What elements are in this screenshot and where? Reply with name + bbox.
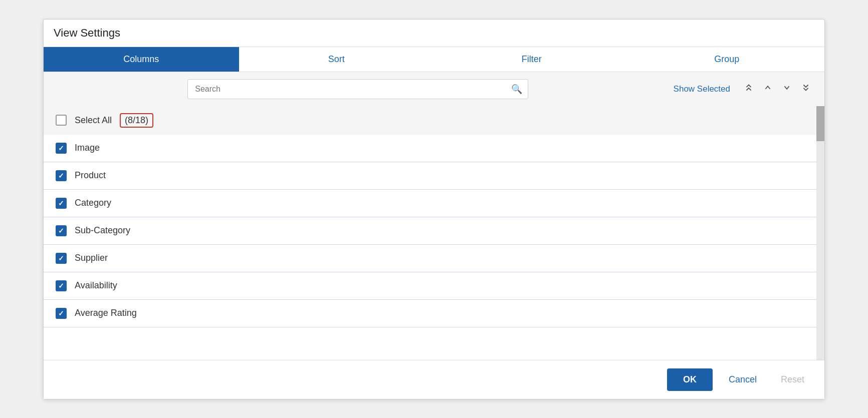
list-item[interactable]: Supplier (44, 245, 824, 272)
search-wrap: 🔍 (187, 79, 528, 99)
show-selected-button[interactable]: Show Selected (674, 84, 730, 94)
product-label: Product (75, 170, 106, 181)
tab-filter[interactable]: Filter (434, 47, 629, 72)
columns-content: Select All (8/18) Image Product Category… (44, 106, 824, 360)
dialog-footer: OK Cancel Reset (44, 360, 824, 399)
average-rating-label: Average Rating (75, 308, 137, 318)
select-all-row[interactable]: Select All (8/18) (44, 106, 824, 135)
list-item[interactable]: Average Rating (44, 300, 824, 327)
tab-columns[interactable]: Columns (44, 47, 239, 72)
tab-sort[interactable]: Sort (239, 47, 435, 72)
tab-bar: Columns Sort Filter Group (44, 47, 824, 72)
scrollbar-thumb[interactable] (816, 106, 824, 141)
sub-category-checkbox[interactable] (56, 225, 67, 236)
move-to-bottom-button[interactable] (797, 80, 814, 98)
sub-category-label: Sub-Category (75, 225, 130, 236)
scrollbar[interactable] (816, 106, 824, 360)
search-input[interactable] (187, 79, 528, 99)
select-all-checkbox[interactable] (56, 115, 67, 126)
move-down-button[interactable] (778, 80, 795, 98)
supplier-checkbox[interactable] (56, 253, 67, 264)
supplier-label: Supplier (75, 253, 108, 263)
list-item[interactable]: Product (44, 162, 824, 190)
reset-button: Reset (773, 368, 812, 391)
list-item[interactable]: Sub-Category (44, 217, 824, 245)
list-item[interactable]: Availability (44, 272, 824, 300)
list-item[interactable]: Image (44, 135, 824, 162)
ok-button[interactable]: OK (667, 368, 713, 391)
image-label: Image (75, 143, 100, 153)
image-checkbox[interactable] (56, 143, 67, 154)
list-item[interactable]: Category (44, 190, 824, 217)
select-all-label: Select All (75, 115, 112, 126)
category-label: Category (75, 198, 111, 208)
availability-checkbox[interactable] (56, 280, 67, 291)
view-settings-dialog: View Settings Columns Sort Filter Group … (43, 19, 825, 399)
move-up-button[interactable] (759, 80, 776, 98)
selection-count-badge: (8/18) (120, 113, 153, 128)
average-rating-checkbox[interactable] (56, 308, 67, 319)
cancel-button[interactable]: Cancel (721, 368, 765, 391)
dialog-title: View Settings (44, 20, 824, 47)
category-checkbox[interactable] (56, 198, 67, 209)
availability-label: Availability (75, 280, 117, 291)
move-to-top-button[interactable] (740, 80, 757, 98)
reorder-buttons (740, 80, 814, 98)
columns-toolbar: 🔍 Show Selected (44, 72, 824, 106)
tab-group[interactable]: Group (629, 47, 825, 72)
product-checkbox[interactable] (56, 170, 67, 181)
columns-list: Select All (8/18) Image Product Category… (44, 106, 824, 327)
